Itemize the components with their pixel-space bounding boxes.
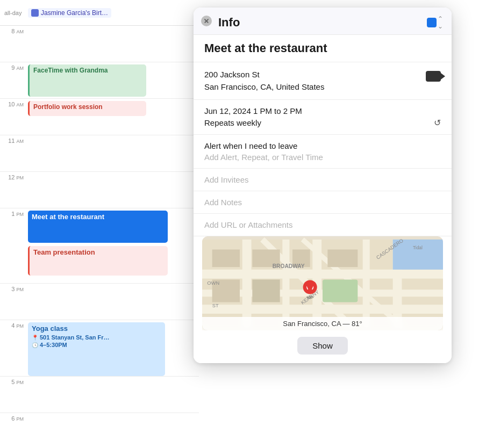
yoga-event-time: 🕓 4–5:30PM [32, 342, 161, 348]
repeat-text: Repeats weekly [204, 118, 261, 127]
map-view[interactable]: BROADWAY KEARNY CASCADERO Tidal OWN ST S… [202, 236, 443, 330]
alert-text: Alert when I need to leave [204, 141, 441, 150]
allday-event-title: Jasmine Garcia's Birt… [41, 9, 108, 17]
event-title-section: Meet at the restaurant [194, 35, 452, 62]
close-button[interactable] [201, 16, 212, 26]
time-content-1pm: Meet at the restaurant Team presentation [28, 208, 199, 283]
time-row-11am: 11 AM [0, 135, 199, 172]
portfolio-event-title: Portfolio work session [33, 103, 103, 111]
svg-rect-3 [202, 305, 443, 314]
event-datetime: Jun 12, 2024 1 PM to 2 PM [204, 106, 441, 115]
location-section: 200 Jackson St San Francisco, CA, United… [194, 62, 452, 100]
calendar-selector[interactable]: ⌃⌄ [427, 15, 443, 30]
svg-point-25 [306, 295, 314, 299]
time-row-8am: 8 AM [0, 26, 199, 62]
popup-title: Info [202, 16, 420, 30]
svg-rect-11 [323, 280, 358, 302]
info-popup: Info ⌃⌄ Meet at the restaurant 200 Jacks… [194, 8, 452, 363]
time-content-3pm [28, 284, 199, 320]
video-camera-icon[interactable] [426, 71, 441, 82]
add-invitees-text[interactable]: Add Invitees [204, 175, 441, 184]
notes-section: Add Notes [194, 191, 452, 214]
time-content-5pm [28, 377, 199, 413]
time-content-12pm [28, 172, 199, 208]
time-label-5pm: 5 PM [0, 377, 28, 385]
facetime-event-title: FaceTime with Grandma [33, 67, 108, 74]
birthday-icon [31, 9, 39, 17]
time-label-10am: 10 AM [0, 99, 28, 107]
popup-body: Meet at the restaurant 200 Jackson St Sa… [194, 35, 452, 355]
time-label-6pm: 6 PM [0, 413, 28, 422]
time-label-8am: 8 AM [0, 26, 28, 34]
time-row-4pm: 4 PM Yoga class 📍 501 Stanyan St, San Fr… [0, 320, 199, 377]
time-content-10am: Portfolio work session [28, 99, 199, 135]
svg-text:Tidal: Tidal [413, 245, 423, 251]
allday-event[interactable]: Jasmine Garcia's Birt… [28, 8, 111, 18]
alert-section: Alert when I need to leave Add Alert, Re… [194, 135, 452, 169]
location-row: 200 Jackson St San Francisco, CA, United… [204, 69, 441, 93]
restaurant-event-title: Meet at the restaurant [32, 213, 104, 221]
popup-header: Info ⌃⌄ [194, 8, 452, 35]
svg-rect-13 [212, 250, 240, 268]
allday-row: all-day Jasmine Garcia's Birt… [0, 0, 199, 26]
address-line2: San Francisco, CA, United States [204, 81, 324, 93]
time-row-1pm: 1 PM Meet at the restaurant Team present… [0, 208, 199, 284]
add-url-text[interactable]: Add URL or Attachments [204, 220, 441, 229]
time-content-6pm [28, 413, 199, 448]
time-row-3pm: 3 PM [0, 284, 199, 320]
svg-rect-7 [363, 240, 370, 327]
add-notes-text[interactable]: Add Notes [204, 198, 441, 207]
svg-rect-16 [327, 250, 358, 268]
time-grid: 8 AM 9 AM FaceTime with Grandma 10 AM Po… [0, 26, 199, 448]
map-location-label: San Francisco, CA — 81° [202, 317, 443, 330]
datetime-section: Jun 12, 2024 1 PM to 2 PM Repeats weekly… [194, 100, 452, 135]
allday-label: all-day [0, 10, 28, 16]
svg-text:ST: ST [212, 303, 219, 308]
time-row-10am: 10 AM Portfolio work session [0, 99, 199, 135]
portfolio-event[interactable]: Portfolio work session [28, 101, 146, 116]
time-label-1pm: 1 PM [0, 208, 28, 217]
add-alert-placeholder[interactable]: Add Alert, Repeat, or Travel Time [204, 153, 441, 162]
facetime-event[interactable]: FaceTime with Grandma [28, 64, 146, 97]
repeat-icon: ↺ [434, 118, 441, 128]
restaurant-event[interactable]: Meet at the restaurant [28, 211, 168, 243]
time-label-3pm: 3 PM [0, 284, 28, 292]
svg-rect-18 [252, 280, 280, 302]
time-row-12pm: 12 PM [0, 172, 199, 208]
yoga-event[interactable]: Yoga class 📍 501 Stanyan St, San Fr… 🕓 4… [28, 322, 165, 376]
show-button[interactable]: Show [297, 337, 348, 355]
invitees-section: Add Invitees [194, 169, 452, 191]
url-section: Add URL or Attachments [194, 214, 452, 236]
time-content-8am [28, 26, 199, 62]
time-row-9am: 9 AM FaceTime with Grandma [0, 62, 199, 99]
svg-rect-5 [282, 240, 289, 327]
time-content-9am: FaceTime with Grandma [28, 62, 199, 98]
time-label-4pm: 4 PM [0, 320, 28, 329]
yoga-event-address: 📍 501 Stanyan St, San Fr… [32, 334, 161, 341]
yoga-event-title: Yoga class [32, 324, 161, 333]
calendar-color-indicator [427, 18, 437, 27]
map-svg: BROADWAY KEARNY CASCADERO Tidal OWN ST [202, 236, 443, 330]
svg-text:OWN: OWN [207, 280, 219, 286]
time-label-12pm: 12 PM [0, 172, 28, 180]
time-content-4pm: Yoga class 📍 501 Stanyan St, San Fr… 🕓 4… [28, 320, 199, 376]
chevron-down-icon: ⌃⌄ [438, 15, 443, 30]
clock-icon: 🕓 [32, 342, 38, 348]
location-text: 200 Jackson St San Francisco, CA, United… [204, 69, 324, 93]
time-label-9am: 9 AM [0, 62, 28, 71]
time-content-11am [28, 135, 199, 171]
location-icon: 📍 [32, 335, 38, 341]
time-label-11am: 11 AM [0, 135, 28, 144]
repeat-row: Repeats weekly ↺ [204, 118, 441, 128]
svg-rect-4 [242, 240, 252, 327]
time-row-5pm: 5 PM [0, 377, 199, 413]
team-event[interactable]: Team presentation [28, 246, 168, 276]
svg-rect-1 [202, 270, 443, 279]
time-row-6pm: 6 PM [0, 413, 199, 448]
address-line1: 200 Jackson St [204, 69, 324, 81]
team-event-title: Team presentation [33, 248, 95, 256]
svg-text:BROADWAY: BROADWAY [273, 263, 305, 269]
event-title: Meet at the restaurant [204, 41, 441, 55]
